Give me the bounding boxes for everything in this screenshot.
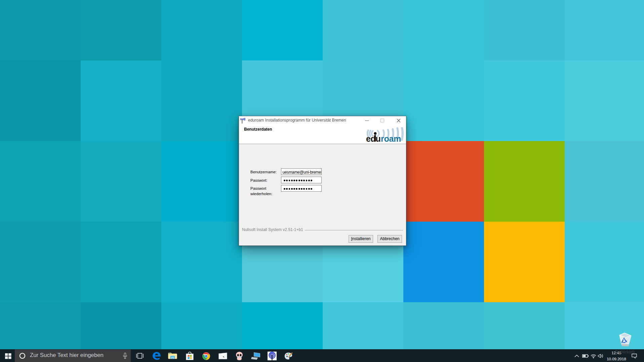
svg-text:edu: edu	[366, 134, 381, 143]
svg-text:roam: roam	[381, 134, 401, 143]
